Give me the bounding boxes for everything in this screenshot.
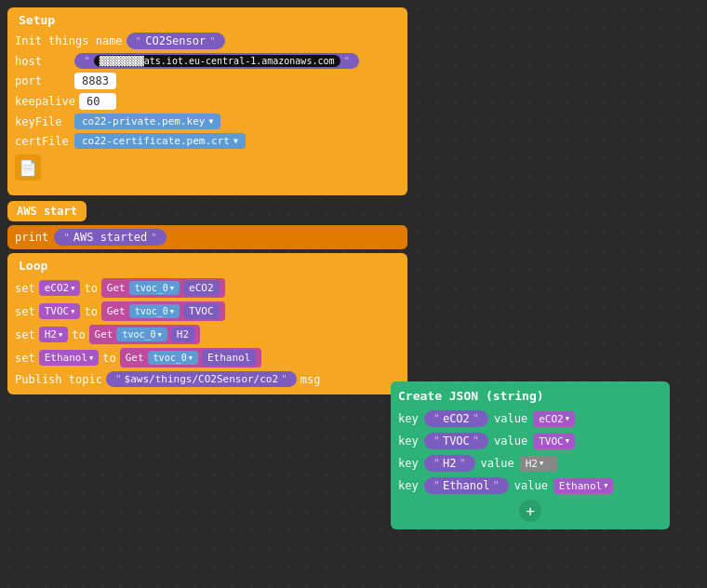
- json-ethanol-row: key " Ethanol " value Ethanol: [398, 477, 662, 494]
- tvoc-var-pill[interactable]: TVOC: [39, 303, 81, 319]
- h2-result: H2: [171, 327, 194, 342]
- init-row: Init things name " CO2Sensor ": [15, 33, 400, 49]
- set-label-h2: set: [15, 328, 35, 341]
- add-json-row-button[interactable]: +: [519, 500, 541, 522]
- port-value[interactable]: 8883: [74, 73, 116, 89]
- eco2-result: eCO2: [183, 280, 220, 296]
- get-block-h2: Get tvoc_0 H2: [89, 325, 200, 344]
- tvoc-pill-ethanol[interactable]: tvoc_0: [148, 351, 198, 365]
- print-value-pill[interactable]: " AWS started ": [54, 229, 167, 246]
- co2sensor-pill[interactable]: " CO2Sensor ": [127, 33, 225, 49]
- set-tvoc-row: set TVOC to Get tvoc_0 TVOC: [15, 301, 400, 321]
- json-value-label-tvoc: value: [494, 434, 527, 448]
- get-block-tvoc: Get tvoc_0 TVOC: [101, 301, 225, 321]
- get-block-ethanol: Get tvoc_0 Ethanol: [120, 348, 262, 368]
- port-label: port: [15, 74, 71, 87]
- set-label-ethanol: set: [15, 352, 35, 365]
- publish-row: Publish topic " $aws/things/CO2Sensor/co…: [15, 371, 400, 387]
- tvoc-result: TVOC: [183, 303, 220, 319]
- print-label: print: [15, 231, 48, 244]
- set-h2-row: set H2 to Get tvoc_0 H2: [15, 325, 400, 344]
- tvoc-value-pill[interactable]: TVOC: [533, 434, 575, 449]
- h2-key-pill[interactable]: " H2 ": [424, 455, 475, 472]
- h2-value-pill[interactable]: H2: [520, 456, 557, 472]
- eco2-value-pill[interactable]: eCO2: [533, 411, 575, 427]
- certfile-dropdown[interactable]: co22-certificate.pem.crt: [74, 133, 246, 149]
- eco2-key-pill[interactable]: " eCO2 ": [424, 410, 488, 427]
- tvoc-key-pill[interactable]: " TVOC ": [424, 433, 488, 449]
- eco2-var-pill[interactable]: eCO2: [39, 280, 81, 296]
- json-value-label-eco2: value: [494, 412, 527, 425]
- setup-header: Setup: [15, 11, 400, 33]
- topic-pill[interactable]: " $aws/things/CO2Sensor/co2 ": [106, 371, 297, 387]
- file-icon-row: 📄: [15, 153, 400, 180]
- tvoc-pill-eco2[interactable]: tvoc_0: [129, 281, 180, 295]
- loop-block: Loop set eCO2 to Get tvoc_0 eCO2 set TVO…: [7, 253, 407, 394]
- json-value-label-ethanol: value: [514, 479, 548, 492]
- set-eco2-row: set eCO2 to Get tvoc_0 eCO2: [15, 278, 400, 298]
- setup-block: Setup Init things name " CO2Sensor " hos…: [7, 7, 407, 195]
- tvoc-pill-h2[interactable]: tvoc_0: [116, 327, 167, 341]
- h2-var-pill[interactable]: H2: [39, 327, 68, 342]
- keepalive-value[interactable]: 60: [79, 93, 116, 110]
- set-label-eco2: set: [15, 282, 35, 295]
- keyfile-dropdown[interactable]: co22-private.pem.key: [74, 114, 220, 129]
- json-tvoc-row: key " TVOC " value TVOC: [398, 433, 662, 449]
- json-value-label-h2: value: [481, 457, 514, 470]
- set-label-tvoc: set: [15, 305, 35, 318]
- json-block: Create JSON (string) key " eCO2 " value …: [391, 381, 670, 529]
- ethanol-result: Ethanol: [202, 350, 256, 366]
- json-key-label-tvoc: key: [398, 434, 419, 448]
- json-h2-row: key " H2 " value H2: [398, 455, 662, 472]
- set-ethanol-row: set Ethanol to Get tvoc_0 Ethanol: [15, 348, 400, 368]
- host-pill[interactable]: " ▓▓▓▓▓▓▓▓ats.iot.eu-central-1.amazonaws…: [74, 53, 359, 69]
- json-key-label-eco2: key: [398, 412, 419, 425]
- tvoc-pill-tvoc[interactable]: tvoc_0: [129, 304, 180, 318]
- port-row: port 8883: [15, 73, 400, 89]
- certfile-label: certFile: [15, 135, 71, 148]
- keepalive-row: keepalive 60: [15, 93, 400, 110]
- host-row: host " ▓▓▓▓▓▓▓▓ats.iot.eu-central-1.amaz…: [15, 53, 400, 69]
- keyfile-label: keyFile: [15, 115, 71, 128]
- publish-label: Publish topic: [15, 373, 102, 386]
- certfile-row: certFile co22-certificate.pem.crt: [15, 133, 400, 149]
- loop-header: Loop: [15, 257, 400, 278]
- aws-start-block[interactable]: AWS start: [7, 201, 87, 221]
- ethanol-value-pill[interactable]: Ethanol: [554, 478, 614, 494]
- json-eco2-row: key " eCO2 " value eCO2: [398, 410, 662, 427]
- ethanol-key-pill[interactable]: " Ethanol ": [424, 477, 509, 494]
- host-value: ▓▓▓▓▓▓▓▓ats.iot.eu-central-1.amazonaws.c…: [94, 55, 340, 67]
- setup-container: Setup Init things name " CO2Sensor " hos…: [7, 7, 407, 394]
- host-label: host: [15, 55, 71, 68]
- json-key-label-ethanol: key: [398, 479, 419, 492]
- keepalive-label: keepalive: [15, 95, 75, 108]
- json-key-label-h2: key: [398, 457, 419, 470]
- init-label: Init things name: [15, 34, 123, 47]
- msg-label: msg: [300, 373, 321, 386]
- json-header: Create JSON (string): [398, 389, 662, 403]
- file-icon[interactable]: 📄: [15, 154, 41, 180]
- ethanol-var-pill[interactable]: Ethanol: [39, 350, 100, 366]
- print-block: print " AWS started ": [7, 225, 407, 249]
- keyfile-row: keyFile co22-private.pem.key: [15, 114, 400, 129]
- get-block-eco2: Get tvoc_0 eCO2: [101, 278, 225, 298]
